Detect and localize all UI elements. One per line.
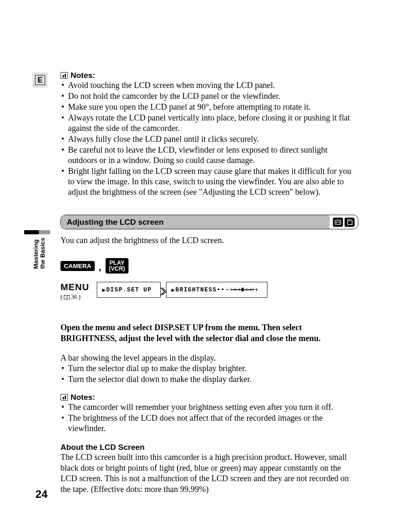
camera-mode-badge: CAMERA bbox=[60, 261, 95, 271]
note-item: Always rotate the LCD panel vertically i… bbox=[60, 113, 358, 133]
note-item: Make sure you open the LCD panel at 90°,… bbox=[60, 102, 358, 112]
instruction-text: Open the menu and select DISP.SET UP fro… bbox=[60, 322, 358, 344]
about-heading: About the LCD Screen bbox=[60, 443, 358, 452]
note-item: Be careful not to leave the LCD, viewfin… bbox=[60, 145, 358, 166]
bullet-item: Turn the selector dial up to make the di… bbox=[60, 363, 358, 374]
manual-page: E Mastering the Basics Notes: Avoid touc… bbox=[0, 0, 398, 532]
notes-label: Notes: bbox=[71, 71, 95, 80]
side-label-line2: the Basics bbox=[39, 238, 46, 269]
page-number: 24 bbox=[35, 488, 48, 501]
svg-point-1 bbox=[336, 221, 338, 223]
section-title: Adjusting the LCD screen bbox=[61, 215, 330, 229]
menu-step-disp-setup: ▶DISP.SET UP bbox=[97, 282, 161, 298]
notes-block-2: Notes: The camcorder will remember your … bbox=[60, 393, 358, 434]
note-item: The brightness of the LCD does not affec… bbox=[60, 413, 358, 434]
menu-page-ref: ( 36) bbox=[60, 294, 89, 301]
menu-label-group: MENU ( 36) bbox=[60, 282, 89, 301]
side-label-line1: Mastering bbox=[32, 239, 39, 269]
note-icon bbox=[60, 394, 68, 401]
book-icon bbox=[64, 295, 70, 299]
brightness-slider: − + bbox=[226, 287, 259, 293]
vcr-label: (VCR) bbox=[109, 265, 125, 272]
note-item: The camcorder will remember your brightn… bbox=[60, 402, 358, 412]
minus-icon: − bbox=[226, 287, 229, 293]
menu-step-brightness: ▶BRIGHTNESS•• − + bbox=[166, 282, 267, 298]
note-item: Avoid touching the LCD screen when movin… bbox=[60, 80, 358, 90]
arrow-icon bbox=[160, 287, 166, 296]
slider-track bbox=[231, 288, 254, 291]
section-icons bbox=[330, 218, 358, 227]
note-icon bbox=[60, 72, 68, 79]
side-label: Mastering the Basics bbox=[33, 238, 46, 269]
section-header: Adjusting the LCD screen bbox=[60, 215, 358, 229]
plus-icon: + bbox=[255, 287, 259, 293]
menu-item-brightness: BRIGHTNESS bbox=[176, 286, 217, 293]
mode-row: CAMERA , PLAY (VCR) bbox=[60, 258, 358, 274]
adjust-bullets: Turn the selector dial up to make the di… bbox=[60, 363, 358, 384]
notes-list-2: The camcorder will remember your brightn… bbox=[60, 402, 358, 434]
slider-marker bbox=[242, 288, 244, 291]
about-body: The LCD screen built into this camcorder… bbox=[60, 452, 358, 494]
note-item: Always fully close the LCD panel until i… bbox=[60, 134, 358, 144]
cassette-icon bbox=[333, 218, 343, 227]
svg-point-2 bbox=[339, 221, 340, 223]
note-item: Bright light falling on the LCD screen m… bbox=[60, 166, 358, 197]
menu-ref-number: 36 bbox=[71, 294, 77, 301]
note-item: Do not hold the camcorder by the LCD pan… bbox=[60, 91, 358, 101]
bullet-item: Turn the selector dial down to make the … bbox=[60, 374, 358, 384]
language-code: E bbox=[35, 75, 45, 85]
section-intro: You can adjust the brightness of the LCD… bbox=[60, 235, 358, 246]
card-icon bbox=[345, 218, 355, 227]
language-tab: E bbox=[33, 73, 48, 88]
body-paragraph: A bar showing the level appears in the d… bbox=[60, 353, 358, 363]
section-marker bbox=[24, 230, 50, 234]
separator-comma: , bbox=[99, 261, 101, 273]
notes-label-2: Notes: bbox=[71, 393, 95, 402]
menu-path-row: MENU ( 36) ▶DISP.SET UP ▶BRIGHTNESS•• − bbox=[60, 282, 358, 301]
notes-header-2: Notes: bbox=[60, 393, 358, 402]
menu-label: MENU bbox=[60, 282, 89, 293]
play-vcr-mode-badge: PLAY (VCR) bbox=[106, 258, 128, 274]
menu-item-disp: DISP.SET UP bbox=[106, 286, 152, 293]
notes-list-1: Avoid touching the LCD screen when movin… bbox=[60, 80, 358, 197]
notes-header-1: Notes: bbox=[60, 71, 358, 80]
